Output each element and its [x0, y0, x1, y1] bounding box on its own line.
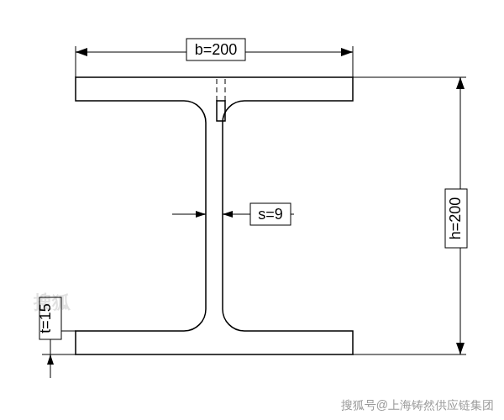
engineering-drawing: b=200 h=200 s=9 t=15	[0, 0, 504, 420]
dimension-flange: t=15	[37, 297, 76, 378]
dimension-height: h=200	[353, 77, 467, 354]
width-label: b=200	[195, 41, 238, 58]
svg-marker-4	[341, 48, 353, 56]
svg-marker-13	[223, 211, 233, 218]
svg-marker-15	[196, 211, 206, 218]
dimension-width: b=200	[76, 39, 353, 77]
svg-marker-10	[456, 343, 465, 354]
web-detail-rect	[217, 101, 225, 121]
svg-marker-3	[76, 48, 87, 56]
flange-label: t=15	[37, 303, 54, 333]
footer-attribution: 搜狐号@上海铸然供应链集团	[341, 398, 494, 413]
svg-marker-9	[456, 77, 465, 89]
dimension-web: s=9	[172, 203, 294, 225]
height-label: h=200	[447, 197, 464, 240]
web-label: s=9	[258, 206, 283, 223]
ibeam-profile	[76, 77, 353, 354]
svg-marker-21	[47, 354, 54, 365]
